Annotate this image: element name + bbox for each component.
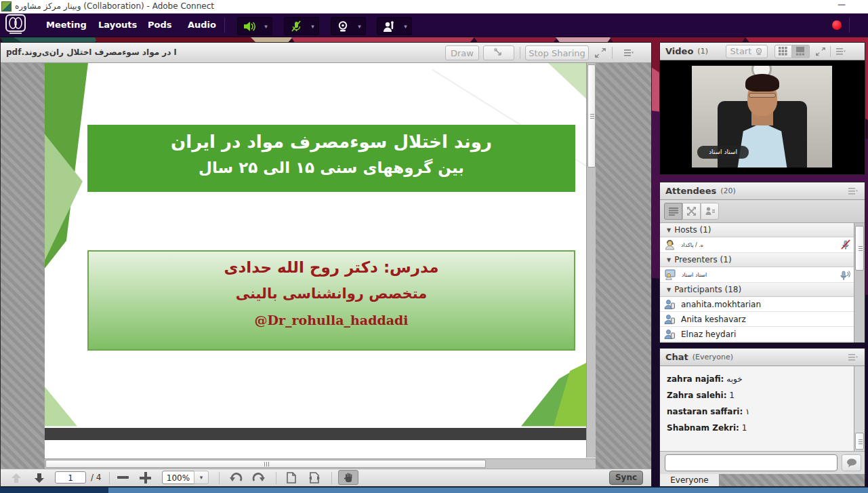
- video-fullscreen-icon[interactable]: [815, 47, 826, 56]
- taskbar-strip: [0, 488, 868, 493]
- video-pod-count: (1): [697, 47, 708, 56]
- list-view-icon: [669, 208, 678, 216]
- slide-title-line1: روند اختلال سوءمصرف مواد در ایران: [87, 132, 575, 152]
- status-raise-hand-button[interactable]: [377, 17, 401, 35]
- presenters-section-header[interactable]: ▼ Presenters (1): [660, 253, 865, 267]
- zoom-in-icon[interactable]: [140, 472, 151, 484]
- status-dropdown[interactable]: ▾: [400, 17, 412, 35]
- toolbar-divider2: [219, 472, 220, 484]
- status-view-icon: [705, 207, 715, 216]
- webcam-video-frame: استاد استاد: [692, 66, 832, 167]
- attendees-pod-menu-icon[interactable]: [848, 188, 858, 195]
- menu-audio[interactable]: Audio: [188, 20, 216, 30]
- zoom-level-value[interactable]: 100%: [162, 471, 194, 484]
- attendees-scrollbar[interactable]: [854, 223, 865, 342]
- page-number-input[interactable]: 1: [55, 471, 86, 484]
- hosts-section-header[interactable]: ▼ Hosts (1): [660, 223, 865, 237]
- microphone-active-icon: [839, 269, 851, 280]
- pointer-tool-button[interactable]: [483, 45, 514, 60]
- menu-layouts[interactable]: Layouts: [98, 20, 137, 30]
- menu-bar: Meeting Layouts Pods Audio ▾ ▾: [0, 14, 868, 37]
- page-total-label: / 4: [91, 473, 102, 482]
- chat-sender: nastaran saffari:: [667, 407, 743, 416]
- taskbar-strip-left: [0, 488, 108, 493]
- chat-scrollbar[interactable]: [854, 366, 865, 451]
- attendees-scrollbar-thumb[interactable]: [855, 226, 864, 271]
- chat-pod-scope: (Everyone): [693, 353, 733, 361]
- hand-icon: [344, 473, 353, 483]
- chat-messages-area: zahra najafi: خوبه Zahra salehi: 1 nasta…: [660, 366, 865, 451]
- attendee-row-host[interactable]: ه. / پاکداد: [660, 237, 854, 253]
- filmstrip-view-button[interactable]: [792, 45, 810, 58]
- attendee-list-view-button[interactable]: [664, 203, 682, 220]
- attendee-row-participant[interactable]: Anita keshavarz: [660, 312, 854, 327]
- grid-view-button[interactable]: [774, 45, 792, 58]
- chat-pod-menu-icon[interactable]: [848, 354, 858, 361]
- microphone-muted-button[interactable]: [284, 17, 308, 35]
- connect-logo-icon: [4, 14, 27, 36]
- slide-page: روند اختلال سوءمصرف مواد در ایران بین گر…: [45, 63, 586, 458]
- attendees-pod-header: Attendees (20): [660, 182, 865, 200]
- chat-tab-everyone[interactable]: Everyone: [660, 474, 720, 486]
- menu-meeting[interactable]: Meeting: [46, 20, 87, 30]
- pan-tool-button[interactable]: [338, 470, 358, 485]
- webcam-dropdown[interactable]: ▾: [354, 17, 366, 35]
- chat-message-input[interactable]: [665, 454, 838, 471]
- video-pod-title: Video: [665, 46, 693, 56]
- scrollbar-grip: [264, 462, 270, 467]
- sync-button[interactable]: Sync: [609, 471, 643, 485]
- webcam-button[interactable]: [331, 17, 355, 35]
- participants-section-header[interactable]: ▼ Participants (18): [660, 283, 865, 297]
- attendee-row-presenter[interactable]: استاد استاد: [660, 267, 854, 283]
- menu-pods[interactable]: Pods: [148, 20, 172, 30]
- speaker-button[interactable]: [237, 17, 262, 35]
- video-pod-menu-icon[interactable]: [836, 48, 846, 55]
- redo-icon[interactable]: [251, 472, 265, 484]
- scrollbar-grip: [859, 439, 863, 445]
- attendees-pod-title: Attendees: [665, 186, 716, 196]
- breakout-view-button[interactable]: [682, 203, 701, 220]
- horizontal-scrollbar-thumb[interactable]: [45, 460, 486, 468]
- vertical-scrollbar-thumb[interactable]: [587, 64, 596, 167]
- participant-name: anahita.mokhtarian: [681, 300, 761, 309]
- chat-pod-title: Chat: [665, 352, 688, 362]
- share-pod-menu-icon[interactable]: [624, 50, 634, 56]
- share-margin-right: [596, 63, 651, 469]
- video-pod-header: Video (1) Start: [660, 43, 865, 60]
- microphone-dropdown[interactable]: ▾: [307, 17, 319, 35]
- zoom-level-dropdown[interactable]: ▾: [194, 471, 209, 484]
- attendee-row-participant[interactable]: Elnaz heydari: [660, 327, 854, 342]
- attendee-row-participant[interactable]: anahita.mokhtarian: [660, 297, 854, 312]
- slide-presenter-block: مدرس: دکتر روح الله حدادی متخصص روانشناس…: [87, 250, 575, 351]
- zoom-out-icon[interactable]: [117, 476, 129, 479]
- filmstrip-view-icon: [795, 47, 805, 56]
- share-margin-left: [1, 63, 45, 469]
- draw-button[interactable]: Draw: [445, 45, 479, 60]
- fit-page-icon[interactable]: [285, 472, 297, 484]
- menubar-divider-right: [849, 18, 850, 33]
- status-view-button[interactable]: [701, 203, 719, 220]
- participant-role-icon: [664, 299, 676, 310]
- fullscreen-icon[interactable]: [594, 47, 606, 58]
- next-page-icon[interactable]: [33, 473, 45, 484]
- slide-presenter-handle: @Dr_rohulla_haddadi: [89, 313, 574, 328]
- slide-title-line2: بین گروههای سنی ۱۵ الی ۲۵ سال: [87, 159, 575, 176]
- stop-sharing-button[interactable]: Stop Sharing: [525, 45, 589, 60]
- minimize-button[interactable]: —: [838, 0, 846, 9]
- host-name: ه. / پاکداد: [681, 242, 703, 248]
- previous-page-icon[interactable]: [10, 473, 22, 484]
- document-horizontal-scrollbar[interactable]: [45, 458, 596, 469]
- person-hair: [745, 74, 779, 92]
- undo-icon[interactable]: [230, 472, 243, 484]
- start-webcam-button[interactable]: Start: [726, 45, 768, 58]
- chat-send-button[interactable]: [842, 454, 861, 471]
- speaker-dropdown[interactable]: ▾: [260, 17, 272, 35]
- document-vertical-scrollbar[interactable]: [586, 63, 596, 458]
- scrollbar-grip: [859, 246, 863, 252]
- chat-input-row: [660, 451, 865, 474]
- fit-width-icon[interactable]: [308, 472, 321, 484]
- chat-text: ۱: [745, 407, 749, 416]
- menubar-divider: [224, 18, 225, 33]
- chat-scrollbar-thumb[interactable]: [855, 433, 864, 450]
- participant-role-icon: [664, 314, 676, 325]
